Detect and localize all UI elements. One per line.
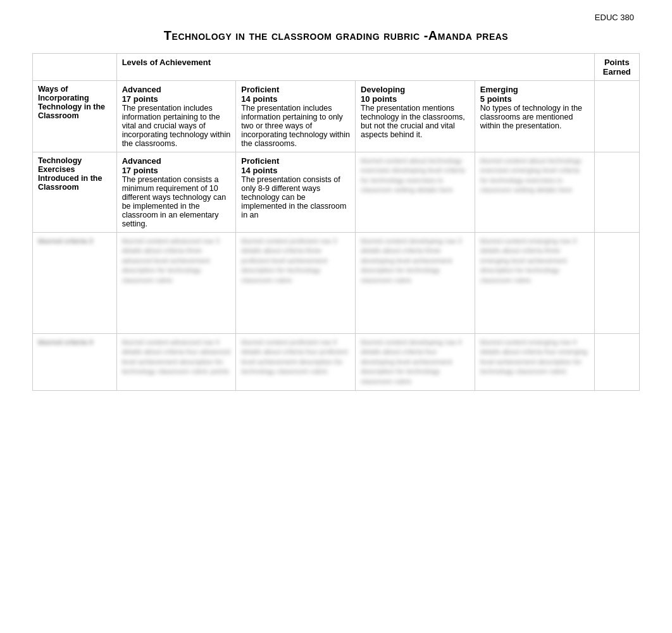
points-earned-cell-3 bbox=[594, 233, 639, 334]
advanced-text-1: The presentation includes information pe… bbox=[122, 104, 231, 148]
page-title: Technology in the classroom grading rubr… bbox=[13, 28, 659, 43]
advanced-text-2: The presentation consists a minimum requ… bbox=[122, 175, 231, 228]
proficient-text-1: The presentation includes information pe… bbox=[241, 104, 350, 148]
advanced-points-1: 17 points bbox=[122, 94, 231, 104]
table-header-row: Levels of Achievement Points Earned bbox=[33, 54, 640, 81]
levels-of-achievement-header: Levels of Achievement bbox=[116, 54, 594, 81]
developing-cell-3: blurred content developing row 3 details… bbox=[356, 233, 475, 334]
advanced-cell-2: Advanced 17 points The presentation cons… bbox=[116, 152, 236, 233]
proficient-points-2: 14 points bbox=[241, 166, 350, 175]
emerging-cell-4: blurred content emerging row 4 details a… bbox=[475, 334, 594, 391]
emerging-text-1: No types of technology in the classrooms… bbox=[480, 104, 589, 130]
earned-label: Earned bbox=[603, 67, 631, 77]
emerging-cell-3: blurred content emerging row 3 details a… bbox=[475, 233, 594, 334]
criteria-header-empty bbox=[33, 54, 117, 81]
points-earned-cell-4 bbox=[594, 334, 639, 391]
emerging-text-3: blurred content emerging row 3 details a… bbox=[480, 237, 589, 285]
advanced-level-label: Advanced bbox=[122, 85, 231, 94]
criteria-label-2: Technology Exercises Introduced in the C… bbox=[38, 156, 102, 192]
developing-text-1: The presentation mentions technology in … bbox=[361, 104, 470, 139]
emerging-cell-1: Emerging 5 points No types of technology… bbox=[475, 81, 594, 152]
proficient-cell-3: blurred content proficient row 3 details… bbox=[236, 233, 356, 334]
table-row: Ways of Incorporating Technology in the … bbox=[33, 81, 640, 152]
developing-cell-1: Developing 10 points The presentation me… bbox=[356, 81, 475, 152]
advanced-points-2: 17 points bbox=[122, 166, 231, 175]
developing-text-2: blurred content about technology exercis… bbox=[361, 156, 470, 195]
points-label: Points bbox=[604, 58, 630, 67]
table-row: blurred criteria 3 blurred content advan… bbox=[33, 233, 640, 334]
criteria-label-1: Ways of Incorporating Technology in the … bbox=[38, 85, 105, 120]
points-earned-header: Points Earned bbox=[594, 54, 639, 81]
course-code: EDUC 380 bbox=[13, 13, 659, 22]
developing-text-4: blurred content developing row 4 details… bbox=[361, 338, 470, 386]
developing-cell-4: blurred content developing row 4 details… bbox=[356, 334, 475, 391]
proficient-text-2: The presentation consists of only 8-9 di… bbox=[241, 175, 350, 219]
advanced-text-4: blurred content advanced row 4 details a… bbox=[122, 338, 231, 377]
criteria-label-4: blurred criteria 4 bbox=[38, 338, 111, 347]
proficient-text-4: blurred content proficient row 4 details… bbox=[241, 338, 350, 377]
proficient-points-1: 14 points bbox=[241, 94, 350, 104]
emerging-level-label: Emerging bbox=[480, 85, 589, 94]
advanced-text-3: blurred content advanced row 3 details a… bbox=[122, 237, 231, 285]
advanced-cell-1: Advanced 17 points The presentation incl… bbox=[116, 81, 236, 152]
points-earned-cell-2 bbox=[594, 152, 639, 233]
points-earned-cell-1 bbox=[594, 81, 639, 152]
criteria-cell-3: blurred criteria 3 bbox=[33, 233, 117, 334]
proficient-text-3: blurred content proficient row 3 details… bbox=[241, 237, 350, 285]
developing-text-3: blurred content developing row 3 details… bbox=[361, 237, 470, 285]
developing-cell-2: blurred content about technology exercis… bbox=[356, 152, 475, 233]
criteria-cell-2: Technology Exercises Introduced in the C… bbox=[33, 152, 117, 233]
criteria-label-3: blurred criteria 3 bbox=[38, 237, 111, 246]
emerging-points-1: 5 points bbox=[480, 94, 589, 104]
developing-points-1: 10 points bbox=[361, 94, 470, 104]
proficient-level-label: Proficient bbox=[241, 85, 350, 94]
emerging-text-2: blurred content about technology exercis… bbox=[480, 156, 589, 195]
table-row: blurred criteria 4 blurred content advan… bbox=[33, 334, 640, 391]
proficient-level-label-2: Proficient bbox=[241, 156, 350, 166]
developing-level-label: Developing bbox=[361, 85, 470, 94]
advanced-cell-4: blurred content advanced row 4 details a… bbox=[116, 334, 236, 391]
proficient-cell-1: Proficient 14 points The presentation in… bbox=[236, 81, 356, 152]
table-row: Technology Exercises Introduced in the C… bbox=[33, 152, 640, 233]
advanced-level-label-2: Advanced bbox=[122, 156, 231, 166]
advanced-cell-3: blurred content advanced row 3 details a… bbox=[116, 233, 236, 334]
emerging-text-4: blurred content emerging row 4 details a… bbox=[480, 338, 589, 377]
proficient-cell-4: blurred content proficient row 4 details… bbox=[236, 334, 356, 391]
proficient-cell-2: Proficient 14 points The presentation co… bbox=[236, 152, 356, 233]
emerging-cell-2: blurred content about technology exercis… bbox=[475, 152, 594, 233]
rubric-table: Levels of Achievement Points Earned Ways… bbox=[32, 53, 640, 391]
criteria-cell-1: Ways of Incorporating Technology in the … bbox=[33, 81, 117, 152]
criteria-cell-4: blurred criteria 4 bbox=[33, 334, 117, 391]
